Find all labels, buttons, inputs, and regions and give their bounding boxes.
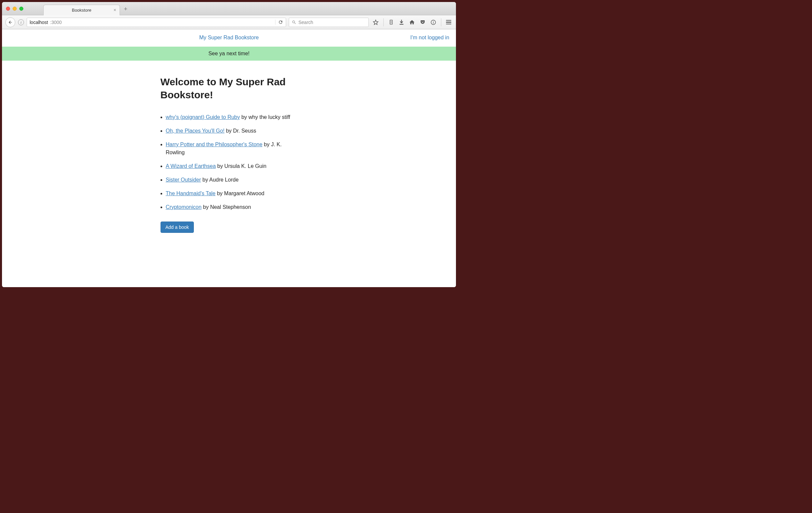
flash-message: See ya next time! bbox=[2, 47, 456, 61]
list-item: why's (poignant) Guide to Ruby by why th… bbox=[166, 113, 298, 121]
toolbar-actions bbox=[371, 18, 453, 26]
menu-button[interactable] bbox=[446, 20, 451, 25]
book-author: Audre Lorde bbox=[209, 177, 238, 182]
tab-title: Bookstore bbox=[72, 8, 92, 13]
page-title: Welcome to My Super Rad Bookstore! bbox=[161, 75, 298, 101]
svg-rect-0 bbox=[391, 21, 392, 21]
book-title-link[interactable]: Harry Potter and the Philosopher's Stone bbox=[166, 142, 262, 147]
page-content: My Super Rad Bookstore I'm not logged in… bbox=[2, 29, 456, 287]
close-window-button[interactable] bbox=[6, 7, 10, 11]
svg-rect-2 bbox=[391, 23, 392, 23]
new-tab-button[interactable]: + bbox=[124, 6, 127, 13]
svg-rect-1 bbox=[391, 22, 392, 22]
search-placeholder: Search bbox=[298, 20, 313, 25]
book-author: Ursula K. Le Guin bbox=[225, 163, 266, 169]
list-item: The Handmaid's Tale by Margaret Atwood bbox=[166, 190, 298, 198]
site-nav: My Super Rad Bookstore I'm not logged in bbox=[2, 29, 456, 47]
list-item: A Wizard of Earthsea by Ursula K. Le Gui… bbox=[166, 162, 298, 170]
book-title-link[interactable]: The Handmaid's Tale bbox=[166, 191, 216, 196]
book-title-link[interactable]: Cryptomonicon bbox=[166, 204, 202, 210]
by-label: by bbox=[201, 177, 209, 182]
book-title-link[interactable]: Sister Outsider bbox=[166, 177, 201, 182]
main-container: Welcome to My Super Rad Bookstore! why's… bbox=[160, 75, 298, 233]
add-book-button[interactable]: Add a book bbox=[161, 222, 194, 233]
by-label: by bbox=[215, 191, 224, 196]
download-icon[interactable] bbox=[399, 19, 404, 25]
back-arrow-icon bbox=[8, 20, 13, 25]
by-label: by bbox=[240, 114, 249, 120]
svg-point-4 bbox=[433, 21, 434, 22]
book-author: Neal Stephenson bbox=[210, 204, 251, 210]
back-button[interactable] bbox=[5, 17, 15, 27]
list-item: Harry Potter and the Philosopher's Stone… bbox=[166, 141, 298, 156]
info-icon[interactable] bbox=[430, 19, 436, 25]
maximize-window-button[interactable] bbox=[19, 7, 23, 11]
bookmark-star-icon[interactable] bbox=[373, 19, 379, 25]
svg-rect-5 bbox=[433, 22, 434, 24]
home-icon[interactable] bbox=[409, 19, 415, 25]
book-list: why's (poignant) Guide to Ruby by why th… bbox=[161, 113, 298, 211]
close-tab-icon[interactable]: × bbox=[114, 7, 116, 13]
book-author: Margaret Atwood bbox=[224, 191, 264, 196]
by-label: by bbox=[262, 142, 271, 147]
reload-icon bbox=[278, 20, 283, 25]
book-author: why the lucky stiff bbox=[249, 114, 290, 120]
titlebar: Bookstore × + bbox=[2, 2, 456, 15]
url-port: :3000 bbox=[50, 20, 62, 25]
list-item: Oh, the Places You'll Go! by Dr. Seuss bbox=[166, 127, 298, 135]
list-item: Cryptomonicon by Neal Stephenson bbox=[166, 203, 298, 211]
list-item: Sister Outsider by Audre Lorde bbox=[166, 176, 298, 184]
toolbar-divider bbox=[383, 18, 384, 26]
login-status-link[interactable]: I'm not logged in bbox=[410, 35, 449, 40]
window-controls bbox=[6, 7, 23, 11]
pocket-icon[interactable] bbox=[419, 19, 426, 25]
by-label: by bbox=[202, 204, 210, 210]
book-author: Dr. Seuss bbox=[233, 128, 256, 134]
book-title-link[interactable]: Oh, the Places You'll Go! bbox=[166, 128, 225, 134]
clipboard-icon[interactable] bbox=[388, 19, 394, 25]
book-title-link[interactable]: A Wizard of Earthsea bbox=[166, 163, 216, 169]
minimize-window-button[interactable] bbox=[13, 7, 17, 11]
browser-tab[interactable]: Bookstore × bbox=[43, 5, 120, 15]
browser-window: Bookstore × + i localhost:3000 Search bbox=[2, 2, 456, 287]
toolbar-divider bbox=[441, 18, 441, 26]
by-label: by bbox=[216, 163, 225, 169]
brand-link[interactable]: My Super Rad Bookstore bbox=[199, 35, 259, 40]
by-label: by bbox=[225, 128, 233, 134]
reload-button[interactable] bbox=[275, 20, 283, 25]
url-host: localhost bbox=[30, 20, 48, 25]
url-field[interactable]: localhost:3000 bbox=[27, 18, 286, 27]
book-title-link[interactable]: why's (poignant) Guide to Ruby bbox=[166, 114, 240, 120]
url-toolbar: i localhost:3000 Search bbox=[2, 15, 456, 29]
search-field[interactable]: Search bbox=[289, 18, 369, 27]
search-icon bbox=[292, 20, 296, 25]
site-info-icon[interactable]: i bbox=[18, 19, 24, 25]
